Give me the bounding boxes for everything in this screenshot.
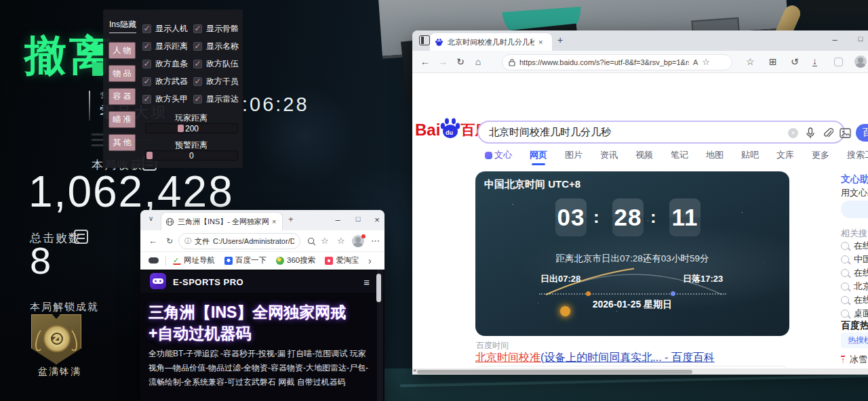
hamburger-menu-icon[interactable]: ≡ bbox=[363, 276, 370, 288]
edge-browser-window: 北京时间校准几时几分几秒_百度 × + – □ ← → ↻ ⌂ https://… bbox=[412, 30, 868, 375]
bookmark-hao123[interactable]: ✓ 网址导航 bbox=[173, 255, 215, 266]
home-icon[interactable]: ⌂ bbox=[469, 56, 487, 67]
tab-actions-icon[interactable] bbox=[419, 35, 430, 45]
horizontal-scrollbar[interactable]: ◂ bbox=[412, 368, 868, 375]
favorites-bar-icon[interactable]: ☆ bbox=[746, 56, 755, 67]
refresh-icon[interactable]: ↻ bbox=[452, 56, 469, 67]
slider-thumb[interactable] bbox=[178, 125, 184, 132]
refresh-icon[interactable]: ↻ bbox=[166, 236, 173, 246]
tab-title: 北京时间校准几时几分几秒_百度 bbox=[448, 37, 534, 47]
baidu-search-button[interactable]: 百度一下 bbox=[856, 124, 868, 142]
related-search-item[interactable]: 北京时 bbox=[841, 280, 868, 293]
tab-maps[interactable]: 地图 bbox=[706, 149, 724, 161]
result-title-link[interactable]: 北京时间校准(设备上的时间同真实北... - 百度百科 bbox=[475, 351, 715, 365]
extension-capsule-icon[interactable] bbox=[149, 257, 159, 263]
info-icon[interactable]: ⓘ bbox=[184, 236, 191, 246]
bookmark-aitaobao[interactable]: 爱淘宝 bbox=[325, 255, 359, 266]
tab-search-tools[interactable]: 搜索工具 bbox=[847, 149, 868, 161]
zoom-icon[interactable] bbox=[307, 237, 316, 246]
checkbox-enemy-health[interactable]: ✓敌方血条 bbox=[142, 58, 188, 70]
forward-icon[interactable]: → bbox=[434, 56, 452, 67]
tab-video[interactable]: 视频 bbox=[635, 149, 653, 161]
mic-icon[interactable] bbox=[806, 127, 815, 140]
hot-pinned-item[interactable]: ↑冰雪 bbox=[841, 354, 867, 366]
address-bar[interactable]: https://www.baidu.com/s?ie=utf-8&f=3&rsv… bbox=[502, 54, 732, 70]
page-scrollbar[interactable] bbox=[377, 270, 383, 401]
tab-web[interactable]: 网页 bbox=[530, 149, 547, 161]
checkbox-enemy-team[interactable]: ✓敌方队伍 bbox=[193, 58, 239, 70]
scroll-left-icon[interactable]: ◂ bbox=[413, 367, 416, 373]
checkbox-show-bots[interactable]: ✓显示人机 bbox=[142, 23, 188, 35]
close-tab-icon[interactable]: × bbox=[538, 38, 542, 46]
collections-icon[interactable]: ⊞ bbox=[769, 56, 777, 67]
scrollbar-thumb[interactable] bbox=[376, 274, 381, 302]
tab-other[interactable]: 其他 bbox=[108, 134, 136, 151]
more-icon[interactable]: ⋯ bbox=[371, 236, 380, 246]
sidebar-app-icon[interactable] bbox=[834, 58, 843, 66]
wenxin-assistant-button[interactable] bbox=[841, 200, 868, 218]
image-search-icon[interactable] bbox=[840, 128, 851, 138]
search-box[interactable]: 北京时间校准几时几分几秒 × 百度一下 bbox=[477, 121, 845, 144]
browser-tab[interactable]: 北京时间校准几时几分几秒_百度 × bbox=[430, 33, 552, 51]
tab-more[interactable]: 更多 bbox=[812, 149, 829, 161]
maximize-icon[interactable]: □ bbox=[349, 215, 367, 223]
new-tab-icon[interactable]: + bbox=[288, 214, 294, 224]
tab-containers[interactable]: 容器 bbox=[108, 88, 136, 105]
close-tab-icon[interactable]: × bbox=[272, 217, 276, 226]
favorite-star-icon[interactable]: ☆ bbox=[321, 236, 329, 246]
tab-news[interactable]: 资讯 bbox=[600, 149, 618, 161]
bookmarks-overflow-icon[interactable]: › bbox=[368, 255, 372, 266]
minimize-icon[interactable]: – bbox=[826, 35, 844, 45]
tab-tieba[interactable]: 贴吧 bbox=[741, 149, 759, 161]
favorites-bar-icon[interactable]: ☆ bbox=[337, 236, 345, 246]
slider-thumb[interactable] bbox=[146, 152, 153, 159]
warning-distance-slider[interactable]: 0 bbox=[145, 150, 238, 161]
browser-tab[interactable]: 三角洲【INS】- 全网独家网戒+自 × bbox=[161, 212, 283, 230]
check-icon: ✓ bbox=[142, 60, 151, 68]
related-search-item[interactable]: 在线网 bbox=[841, 294, 868, 306]
checkbox-show-bones[interactable]: ✓显示骨骼 bbox=[193, 23, 239, 35]
related-search-item[interactable]: 桌面时 bbox=[841, 308, 868, 320]
hot-search-tab[interactable]: 热搜榜 bbox=[841, 333, 868, 348]
tab-wenku[interactable]: 文库 bbox=[776, 149, 794, 161]
address-bar[interactable]: ⓘ 文件 C:/Users/Administrator/Des... bbox=[178, 233, 300, 249]
tab-items[interactable]: 物品 bbox=[108, 65, 136, 82]
tab-aim[interactable]: 瞄准 bbox=[108, 111, 136, 128]
achievement-name: 盆满钵满 bbox=[38, 366, 81, 378]
minimize-icon[interactable]: – bbox=[329, 215, 347, 225]
back-icon[interactable]: ← bbox=[149, 236, 157, 246]
profile-avatar[interactable] bbox=[854, 56, 867, 68]
bookmark-baidu[interactable]: 百度一下 bbox=[224, 255, 267, 266]
related-search-item[interactable]: 在线实 bbox=[841, 267, 868, 279]
related-search-item[interactable]: 中国标 bbox=[841, 253, 868, 266]
player-distance-slider[interactable]: 200 bbox=[145, 123, 238, 133]
checkbox-show-radar[interactable]: ✓显示雷达 bbox=[193, 93, 239, 105]
checkbox-enemy-weapon[interactable]: ✓敌方武器 bbox=[142, 76, 188, 87]
maximize-icon[interactable]: □ bbox=[852, 35, 868, 43]
checkbox-enemy-operator[interactable]: ✓敌方干员 bbox=[193, 76, 239, 87]
checkbox-enemy-armor[interactable]: ✓敌方头甲 bbox=[142, 93, 188, 105]
tab-images[interactable]: 图片 bbox=[565, 149, 583, 161]
back-icon[interactable]: ← bbox=[416, 56, 434, 67]
related-search-item[interactable]: 在线时 bbox=[841, 240, 868, 252]
tab-notes[interactable]: 笔记 bbox=[671, 149, 688, 161]
tab-search-chevron-icon[interactable]: ∨ bbox=[149, 215, 153, 222]
checkbox-show-distance[interactable]: ✓显示距离 bbox=[142, 41, 188, 52]
sunset-time: 日落17:23 bbox=[683, 273, 723, 285]
history-icon[interactable]: ↺ bbox=[791, 56, 799, 67]
bookmark-360[interactable]: 360搜索 bbox=[276, 255, 315, 266]
clear-icon[interactable]: × bbox=[788, 128, 798, 138]
read-aloud-icon[interactable]: A bbox=[693, 58, 698, 66]
scrollbar-thumb[interactable] bbox=[417, 370, 692, 374]
attachment-icon[interactable] bbox=[823, 128, 833, 139]
close-window-icon[interactable]: × bbox=[368, 215, 386, 225]
tab-characters[interactable]: 人物 bbox=[108, 42, 136, 59]
downloads-icon[interactable]: ↓ bbox=[812, 57, 817, 66]
controller-icon bbox=[150, 273, 166, 289]
clock-colon: : bbox=[650, 207, 656, 228]
tab-wenxin[interactable]: 文心 bbox=[485, 149, 512, 161]
new-tab-icon[interactable]: + bbox=[557, 35, 563, 45]
add-favorite-icon[interactable]: ☆ bbox=[702, 57, 710, 67]
checkbox-show-names[interactable]: ✓显示名称 bbox=[193, 41, 239, 52]
kills-list-icon[interactable] bbox=[74, 230, 88, 244]
